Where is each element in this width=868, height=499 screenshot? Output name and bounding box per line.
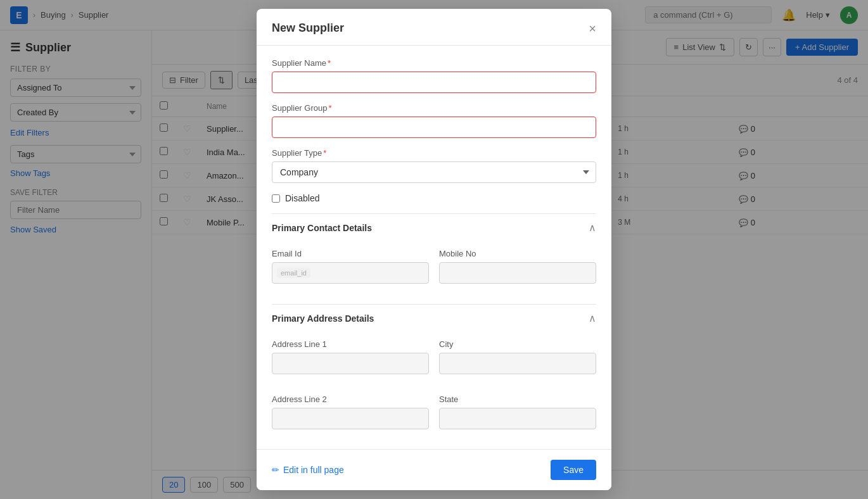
modal-close-button[interactable]: ×	[589, 22, 596, 35]
address-row-1: Address Line 1 City	[272, 339, 596, 384]
mobile-no-group: Mobile No	[439, 249, 596, 284]
email-id-label: Email Id	[272, 249, 429, 258]
modal-title: New Supplier	[272, 22, 344, 35]
required-star-3: *	[323, 148, 326, 158]
address-line2-label: Address Line 2	[272, 395, 429, 404]
mobile-no-label: Mobile No	[439, 249, 596, 258]
supplier-name-input[interactable]	[272, 72, 596, 93]
mobile-no-input[interactable]	[439, 262, 596, 284]
email-placeholder: email_id	[277, 268, 310, 278]
supplier-type-label: Supplier Type*	[272, 148, 596, 158]
required-star: *	[328, 58, 331, 68]
city-group: City	[439, 339, 596, 374]
address-line2-input[interactable]	[272, 408, 429, 429]
primary-contact-section-header: Primary Contact Details ∧	[272, 213, 596, 241]
required-star-2: *	[328, 103, 331, 113]
city-label: City	[439, 339, 596, 349]
modal-header: New Supplier ×	[257, 9, 611, 46]
primary-contact-toggle-icon[interactable]: ∧	[589, 222, 596, 234]
modal-overlay: New Supplier × Supplier Name* Supplier G…	[0, 0, 868, 499]
state-label: State	[439, 395, 596, 404]
modal-body: Supplier Name* Supplier Group* Supplier …	[257, 46, 611, 490]
state-input[interactable]	[439, 408, 596, 429]
state-group: State	[439, 395, 596, 429]
edit-full-page-button[interactable]: ✏ Edit in full page	[272, 465, 344, 475]
contact-fields-row: Email Id email_id Mobile No	[272, 249, 596, 294]
supplier-name-group: Supplier Name*	[272, 58, 596, 93]
supplier-group-label: Supplier Group*	[272, 103, 596, 113]
primary-address-section-header: Primary Address Details ∧	[272, 304, 596, 332]
address-line2-group: Address Line 2	[272, 395, 429, 429]
email-id-group: Email Id email_id	[272, 249, 429, 284]
supplier-type-group: Supplier Type* Company Individual	[272, 148, 596, 183]
save-button[interactable]: Save	[551, 460, 596, 480]
disabled-label[interactable]: Disabled	[285, 193, 319, 203]
disabled-checkbox[interactable]	[272, 194, 280, 203]
supplier-group-group: Supplier Group*	[272, 103, 596, 138]
supplier-name-label: Supplier Name*	[272, 58, 596, 68]
primary-address-title: Primary Address Details	[272, 313, 374, 324]
address-row-2: Address Line 2 State	[272, 395, 596, 439]
edit-full-page-label: Edit in full page	[283, 465, 344, 475]
address-line1-label: Address Line 1	[272, 339, 429, 349]
primary-contact-title: Primary Contact Details	[272, 223, 372, 233]
supplier-type-select[interactable]: Company Individual	[272, 161, 596, 183]
address-line1-input[interactable]	[272, 353, 429, 374]
primary-address-toggle-icon[interactable]: ∧	[589, 312, 596, 324]
supplier-group-input[interactable]	[272, 117, 596, 138]
city-input[interactable]	[439, 353, 596, 374]
address-line1-group: Address Line 1	[272, 339, 429, 374]
disabled-checkbox-row: Disabled	[272, 193, 596, 203]
modal-footer: ✏ Edit in full page Save	[257, 449, 611, 490]
new-supplier-modal: New Supplier × Supplier Name* Supplier G…	[257, 9, 611, 490]
pencil-icon: ✏	[272, 465, 279, 475]
